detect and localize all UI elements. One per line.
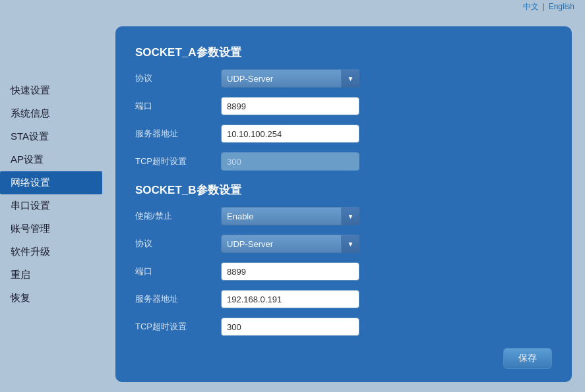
port-b-row: 端口 (135, 261, 552, 282)
sidebar: 快速设置系统信息STA设置AP设置网络设置串口设置账号管理软件升级重启恢复 (0, 13, 102, 392)
server-addr-a-row: 服务器地址 (135, 123, 552, 144)
sidebar-item-software-upgrade[interactable]: 软件升级 (0, 240, 102, 264)
tcp-timeout-a-control (221, 152, 359, 171)
protocol-b-select[interactable]: UDP-Server TCP-Server TCP-Client (221, 235, 359, 253)
protocol-b-select-wrapper: UDP-Server TCP-Server TCP-Client ▼ (221, 235, 359, 253)
tcp-timeout-b-row: TCP超时设置 (135, 316, 552, 337)
port-a-row: 端口 (135, 96, 552, 117)
sidebar-item-restore[interactable]: 恢复 (0, 287, 102, 310)
tcp-timeout-a-label: TCP超时设置 (135, 155, 221, 167)
tcp-timeout-b-input[interactable] (221, 318, 359, 336)
server-addr-b-label: 服务器地址 (135, 293, 221, 305)
sidebar-item-quick-setup[interactable]: 快速设置 (0, 79, 102, 102)
protocol-b-control: UDP-Server TCP-Server TCP-Client ▼ (221, 235, 359, 253)
port-b-label: 端口 (135, 266, 221, 277)
tcp-timeout-a-input (221, 152, 359, 171)
tcp-timeout-a-row: TCP超时设置 (135, 151, 552, 172)
enable-b-label: 使能/禁止 (135, 210, 221, 222)
main-content: SOCKET_A参数设置 协议 UDP-Server TCP-Server TC… (102, 13, 585, 392)
port-a-input[interactable] (221, 97, 359, 115)
save-button-row: 保存 (135, 348, 552, 369)
server-addr-b-input[interactable] (221, 290, 359, 308)
sidebar-item-network-settings[interactable]: 网络设置 (0, 171, 102, 194)
protocol-a-row: 协议 UDP-Server TCP-Server TCP-Client ▼ (135, 68, 552, 89)
language-bar: 中文 | English (0, 0, 585, 13)
socket-a-title: SOCKET_A参数设置 (135, 45, 552, 60)
server-addr-b-row: 服务器地址 (135, 289, 552, 310)
tcp-timeout-b-label: TCP超时设置 (135, 321, 221, 333)
server-addr-a-input[interactable] (221, 125, 359, 143)
server-addr-a-control (221, 125, 359, 143)
enable-b-select[interactable]: Enable Disable (221, 207, 359, 225)
socket-b-title: SOCKET_B参数设置 (135, 182, 552, 198)
server-addr-a-label: 服务器地址 (135, 128, 221, 140)
tcp-timeout-b-control (221, 318, 359, 336)
sidebar-item-system-info[interactable]: 系统信息 (0, 102, 102, 125)
sidebar-item-account-mgmt[interactable]: 账号管理 (0, 217, 102, 240)
protocol-b-row: 协议 UDP-Server TCP-Server TCP-Client ▼ (135, 233, 552, 254)
sidebar-item-serial-settings[interactable]: 串口设置 (0, 194, 102, 217)
content-card: SOCKET_A参数设置 协议 UDP-Server TCP-Server TC… (115, 26, 572, 382)
protocol-a-select-wrapper: UDP-Server TCP-Server TCP-Client ▼ (221, 69, 359, 88)
lang-en-link[interactable]: English (549, 2, 574, 11)
server-addr-b-control (221, 290, 359, 308)
port-b-input[interactable] (221, 262, 359, 281)
protocol-a-select[interactable]: UDP-Server TCP-Server TCP-Client (221, 69, 359, 88)
lang-zh-link[interactable]: 中文 (523, 1, 539, 13)
save-button[interactable]: 保存 (503, 348, 552, 369)
port-a-label: 端口 (135, 100, 221, 112)
port-a-control (221, 97, 359, 115)
enable-b-row: 使能/禁止 Enable Disable ▼ (135, 206, 552, 227)
protocol-b-label: 协议 (135, 238, 221, 250)
sidebar-item-sta-settings[interactable]: STA设置 (0, 125, 102, 148)
protocol-a-control: UDP-Server TCP-Server TCP-Client ▼ (221, 69, 359, 88)
enable-b-select-wrapper: Enable Disable ▼ (221, 207, 359, 225)
sidebar-item-ap-settings[interactable]: AP设置 (0, 148, 102, 171)
sidebar-item-reboot[interactable]: 重启 (0, 264, 102, 287)
lang-divider: | (543, 2, 545, 11)
port-b-control (221, 262, 359, 281)
protocol-a-label: 协议 (135, 72, 221, 84)
enable-b-control: Enable Disable ▼ (221, 207, 359, 225)
